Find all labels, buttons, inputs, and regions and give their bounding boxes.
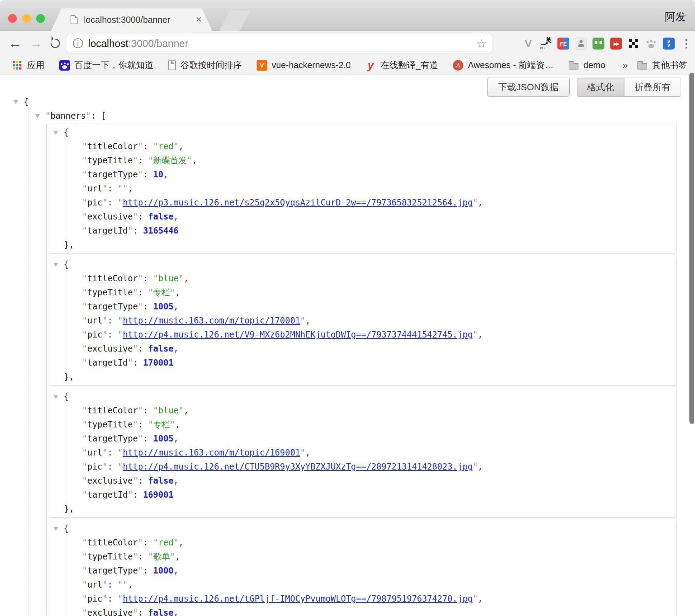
reload-button[interactable] [48, 37, 62, 50]
person-extension-icon[interactable] [575, 38, 587, 50]
info-icon[interactable]: ⓘ [73, 37, 83, 51]
video-fast-forward-icon[interactable]: ▶▶ [610, 38, 622, 50]
paw-extension-icon[interactable] [645, 38, 657, 50]
object-close-line: }, [53, 238, 672, 252]
chevrons-glyph: ∨∨ [667, 40, 670, 47]
json-property-line: "pic": "http://p4.music.126.net/CTU5B9R9… [82, 460, 672, 474]
object-properties: "titleColor": "red","typeTitle": "新碟首发",… [67, 139, 672, 238]
property-key: targetId [87, 490, 128, 500]
bookmarks-bar: 应用百度一下，你就知道谷歌按时间排序Vvue-hackernews-2.0y在线… [0, 56, 695, 74]
bookmark-item[interactable]: y在线翻译_有道 [365, 59, 438, 71]
json-property-line: "exclusive": false, [82, 210, 672, 224]
json-viewer: { "banners": [ {"titleColor": "red","typ… [13, 95, 677, 616]
open-brace: { [24, 97, 28, 107]
url-bar[interactable]: ⓘ localhost:3000/banner ☆ [67, 34, 492, 53]
collapse-toggle-icon[interactable] [53, 527, 58, 531]
object-open-line: { [53, 389, 672, 404]
youdao-icon: y [365, 60, 376, 71]
apps-grid-icon [12, 60, 22, 71]
json-viewer-controls: 下载JSON数据 格式化 折叠所有 [487, 78, 681, 97]
collapse-toggle-icon[interactable] [35, 114, 40, 118]
other-bookmarks-folder[interactable]: 其他书签 [637, 59, 687, 71]
bookmark-item[interactable]: demo [568, 60, 605, 71]
property-key: targetType [87, 566, 138, 576]
bookmark-label: Awesomes - 前端资… [468, 59, 554, 71]
json-property-line: "targetId": 3165446 [82, 224, 672, 238]
page-content: 下载JSON数据 格式化 折叠所有 { "banners": [ {"title… [0, 74, 695, 616]
qr-dots [629, 39, 632, 42]
qr-code-icon[interactable] [628, 38, 640, 50]
url-link[interactable]: http://p3.music.126.net/s25q2x5QyqsAzilC… [123, 198, 473, 208]
download-json-button[interactable]: 下载JSON数据 [487, 78, 570, 97]
object-open-line: { [53, 125, 672, 139]
page-scrollbar[interactable] [689, 73, 694, 424]
json-property-line: "pic": "http://p4.music.126.net/tGPljf-I… [82, 592, 672, 606]
object-properties: "titleColor": "red","typeTitle": "歌单","t… [67, 536, 672, 616]
string-value: blue [158, 274, 179, 283]
bookmark-star-icon[interactable]: ☆ [476, 37, 487, 51]
view-mode-group: 格式化 折叠所有 [577, 78, 681, 97]
bookmark-item[interactable]: 百度一下，你就知道 [59, 59, 153, 71]
collapse-toggle-icon[interactable] [53, 263, 58, 267]
collapse-all-button[interactable]: 折叠所有 [624, 78, 681, 96]
url-link[interactable]: http://p4.music.126.net/V9-MXz6b2MNhEKju… [123, 330, 473, 340]
awesomes-icon: A [453, 60, 463, 71]
open-brace: { [64, 392, 68, 401]
number-value: 169001 [143, 490, 173, 500]
url-link[interactable]: http://p4.music.126.net/CTU5B9R9y3XyYBZX… [123, 462, 473, 472]
bookmark-label: demo [583, 60, 605, 70]
property-key: pic [87, 594, 102, 604]
forward-button[interactable]: → [29, 31, 43, 56]
banner-item-box: {"titleColor": "blue","typeTitle": "专栏",… [49, 388, 677, 518]
property-key: titleColor [87, 274, 138, 283]
banners-line: "banners": [ [35, 109, 677, 123]
json-property-line: "pic": "http://p3.music.126.net/s25q2x5Q… [82, 196, 672, 210]
property-key: url [87, 316, 102, 326]
json-property-line: "titleColor": "blue", [82, 271, 672, 286]
bookmark-item[interactable]: 应用 [12, 59, 45, 71]
json-property-line: "pic": "http://p4.music.126.net/V9-MXz6b… [82, 328, 672, 342]
collapse-toggle-icon[interactable] [53, 395, 58, 399]
property-key: url [87, 184, 102, 194]
bookmark-item[interactable]: 谷歌按时间排序 [168, 59, 242, 71]
collapse-toggle-icon[interactable] [53, 131, 58, 135]
bookmark-item[interactable]: Vvue-hackernews-2.0 [257, 60, 351, 71]
new-tab-button[interactable] [219, 11, 251, 31]
browser-menu-icon[interactable]: ⋮ [680, 38, 692, 50]
vue-devtools-icon[interactable]: V [522, 38, 534, 50]
tampermonkey-icon[interactable] [593, 38, 604, 50]
url-link[interactable]: http://music.163.com/m/topic/170001 [123, 316, 300, 326]
json-property-line: "targetId": 169001 [82, 488, 672, 502]
json-property-line: "exclusive": false, [82, 606, 672, 616]
minimize-window-button[interactable] [22, 14, 31, 23]
close-window-button[interactable] [8, 14, 17, 23]
property-key: pic [87, 330, 102, 340]
url-text[interactable]: localhost:3000/banner [88, 38, 188, 50]
bookmark-label: 谷歌按时间排序 [180, 59, 242, 71]
extensions-row: V 英 en FE ▶▶ ∨∨ ⋮ [522, 31, 692, 56]
baidu-icon [59, 60, 70, 71]
collapse-toggle-icon[interactable] [13, 100, 18, 104]
open-brace: { [64, 524, 68, 533]
banner-item-box: {"titleColor": "red","typeTitle": "新碟首发"… [49, 124, 677, 254]
bookmarks-overflow-icon[interactable]: » [622, 60, 628, 71]
fe-helper-icon[interactable]: FE [557, 38, 569, 50]
bookmark-label: 应用 [27, 59, 45, 71]
translate-extension-icon[interactable]: 英 en [540, 38, 552, 50]
browser-tab[interactable]: localhost:3000/banner × [51, 8, 212, 31]
bookmark-item[interactable]: AAwesomes - 前端资… [453, 59, 554, 71]
tab-close-icon[interactable]: × [196, 8, 202, 30]
string-value: 歌单 [153, 552, 170, 562]
url-link[interactable]: http://p4.music.126.net/tGPljf-IMOCyPvum… [123, 594, 473, 604]
url-path: :3000/banner [128, 38, 188, 49]
json-property-line: "titleColor": "red", [82, 139, 672, 153]
zoom-window-button[interactable] [36, 14, 45, 23]
object-open-line: { [53, 522, 672, 536]
translate-en-glyph: en [540, 45, 544, 50]
back-button[interactable]: ← [8, 31, 22, 56]
url-link[interactable]: http://music.163.com/m/topic/169001 [123, 448, 300, 458]
blue-chevrons-extension-icon[interactable]: ∨∨ [663, 38, 675, 50]
bookmarks-right: » 其他书签 [622, 59, 695, 71]
format-button[interactable]: 格式化 [577, 78, 624, 96]
boolean-value: false [148, 608, 173, 616]
